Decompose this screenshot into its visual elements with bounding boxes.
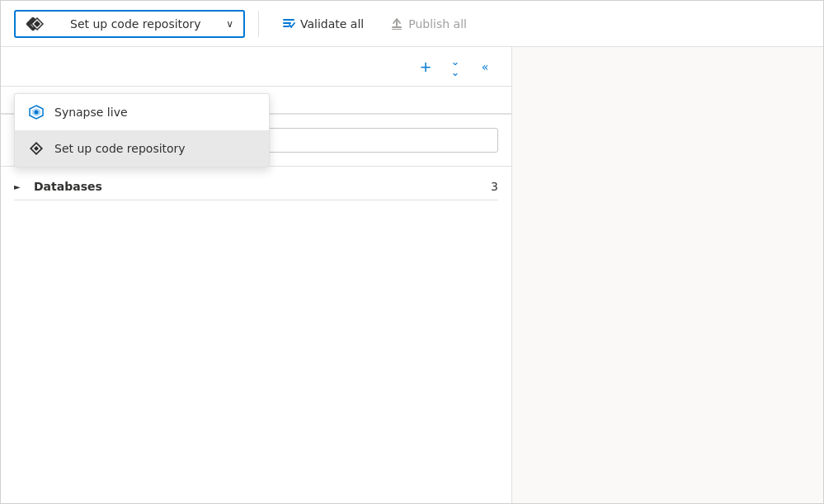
resource-list: ► Databases 3 <box>1 167 511 503</box>
svg-rect-9 <box>392 26 402 28</box>
plus-icon: + <box>419 58 431 75</box>
publish-all-button[interactable]: Publish all <box>380 12 477 35</box>
git-icon <box>29 16 45 32</box>
left-panel: + ⌄⌄ « Factory Resources Linked <box>1 47 512 503</box>
svg-rect-10 <box>392 29 402 30</box>
resource-divider <box>14 200 498 200</box>
collapse-panel-icon: « <box>482 60 489 73</box>
dropdown-item-setup-repo[interactable]: Set up code repository <box>15 130 269 167</box>
list-item[interactable]: ► Databases 3 <box>1 173 511 200</box>
dropdown-overlay: Synapse live Set up code repository <box>14 93 270 167</box>
dropdown-git-icon <box>28 140 45 157</box>
validate-all-label: Validate all <box>300 17 364 31</box>
right-panel <box>512 47 823 503</box>
svg-point-14 <box>35 111 39 115</box>
dropdown-item-synapse-live-label: Synapse live <box>54 106 128 119</box>
panel-header: + ⌄⌄ « <box>1 47 511 87</box>
publish-icon <box>390 17 403 31</box>
svg-rect-6 <box>283 19 294 21</box>
publish-all-label: Publish all <box>408 17 467 31</box>
validate-all-button[interactable]: Validate all <box>272 12 374 35</box>
chevron-down-icon: ∨ <box>226 18 233 30</box>
panel-actions: + ⌄⌄ « <box>412 54 498 80</box>
main-content: + ⌄⌄ « Factory Resources Linked <box>1 47 823 503</box>
resource-count: 3 <box>491 180 498 193</box>
toolbar: ◆ Set up code repository ∨ Validate all <box>1 1 823 47</box>
collapse-all-icon: ⌄⌄ <box>451 56 460 78</box>
repo-dropdown-label: Set up code repository <box>70 17 219 31</box>
resource-label: Databases <box>34 180 484 193</box>
chevron-right-icon: ► <box>14 182 27 191</box>
svg-rect-11 <box>396 21 398 26</box>
repo-dropdown[interactable]: ◆ Set up code repository ∨ <box>14 10 245 38</box>
svg-rect-7 <box>283 22 291 24</box>
dropdown-item-setup-repo-label: Set up code repository <box>54 142 186 155</box>
app-window: ◆ Set up code repository ∨ Validate all <box>0 0 824 504</box>
svg-rect-8 <box>283 26 290 27</box>
validate-icon <box>282 17 295 31</box>
synapse-icon <box>28 104 45 120</box>
add-resource-button[interactable]: + <box>412 54 439 80</box>
dropdown-item-synapse-live[interactable]: Synapse live <box>15 94 269 130</box>
collapse-panel-button[interactable]: « <box>472 54 498 80</box>
collapse-all-button[interactable]: ⌄⌄ <box>442 54 469 80</box>
toolbar-divider <box>258 11 259 37</box>
